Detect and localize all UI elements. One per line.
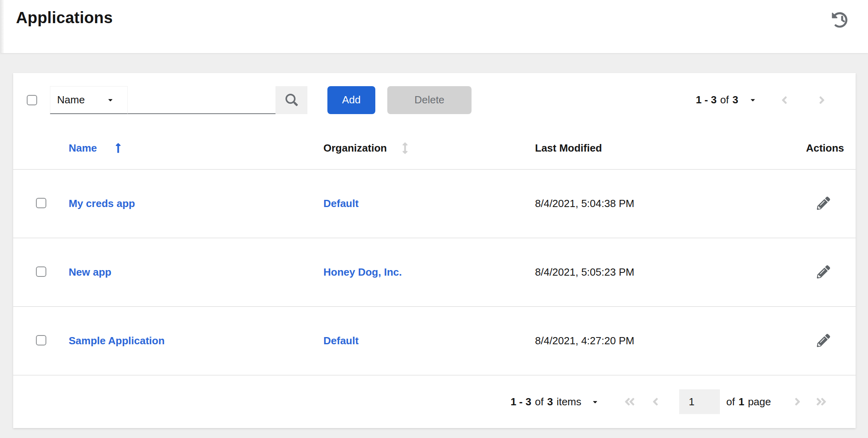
pagination-top-summary: 1 - 3 of 3 [696,94,738,106]
edit-button[interactable] [815,195,832,213]
next-page-button[interactable] [789,393,806,410]
last-modified-value: 8/4/2021, 5:05:23 PM [535,266,634,278]
header-edge-decoration [0,0,4,53]
page-total: 1 [739,396,744,408]
row-checkbox-cell [13,266,69,278]
row-organization-cell: Honey Dog, Inc. [323,266,535,278]
items-word: items [557,396,581,408]
row-checkbox[interactable] [36,335,46,345]
items-total: 3 [547,396,553,408]
pagination-bottom-summary: 1 - 3 of 3 items [511,396,581,408]
search-filter-group: Name [50,86,307,114]
caret-down-icon [749,97,756,103]
application-name-link[interactable]: New app [69,266,111,278]
current-page-input[interactable] [679,389,720,414]
application-name-link[interactable]: My creds app [69,197,135,209]
row-organization-cell: Default [323,335,535,347]
row-checkbox[interactable] [36,198,46,208]
toolbar: Name Add Delete 1 - 3 of 3 [13,73,856,127]
pagination-bottom: 1 - 3 of 3 items of 1 page [13,375,856,428]
search-input[interactable] [128,86,275,114]
first-page-button[interactable] [621,393,638,410]
caret-down-icon [592,399,598,405]
angle-right-icon [794,396,801,408]
table-header-row: Name Organization Last Modified Actions [13,127,856,170]
caret-down-icon [107,97,114,103]
items-per-page-dropdown-button[interactable] [592,399,598,405]
last-modified-value: 8/4/2021, 4:27:20 PM [535,335,634,347]
row-actions-cell [759,195,856,213]
organization-link[interactable]: Default [323,197,359,209]
pencil-icon [817,334,830,347]
column-header-last-modified: Last Modified [535,142,759,154]
previous-page-button-top[interactable] [775,91,793,109]
filter-key-label: Name [57,94,85,106]
application-name-link[interactable]: Sample Application [69,335,164,347]
row-name-cell: Sample Application [69,335,323,347]
row-last-modified-cell: 8/4/2021, 5:04:38 PM [535,197,759,210]
angle-right-icon [818,94,825,106]
organization-link[interactable]: Default [323,335,359,347]
angle-left-icon [781,94,788,106]
row-checkbox[interactable] [36,266,46,277]
search-icon [285,94,298,106]
row-organization-cell: Default [323,197,535,210]
row-last-modified-cell: 8/4/2021, 5:05:23 PM [535,266,759,278]
items-range: 1 - 3 [511,396,531,408]
per-page-dropdown-button[interactable] [749,97,756,103]
history-icon [832,12,848,28]
table-row: My creds app Default 8/4/2021, 5:04:38 P… [13,170,856,238]
table-body: My creds app Default 8/4/2021, 5:04:38 P… [13,170,856,375]
page-title: Applications [16,9,113,27]
last-modified-value: 8/4/2021, 5:04:38 PM [535,197,634,209]
sort-both-directions-icon [402,142,408,154]
next-page-button-top[interactable] [813,91,830,109]
column-header-name[interactable]: Name [69,142,323,154]
edit-button[interactable] [815,332,832,350]
table-row: Sample Application Default 8/4/2021, 4:2… [13,307,856,375]
add-button[interactable]: Add [327,86,375,114]
column-header-name-label: Name [69,142,97,154]
select-all-checkbox[interactable] [27,95,37,105]
pagination-top: 1 - 3 of 3 [696,91,830,109]
delete-button[interactable]: Delete [387,86,472,114]
search-button[interactable] [275,86,307,114]
applications-list-card: Name Add Delete 1 - 3 of 3 [13,73,856,428]
row-checkbox-cell [13,198,69,210]
column-header-organization-label: Organization [323,142,387,154]
row-actions-cell [759,264,856,281]
row-name-cell: New app [69,266,323,278]
last-page-button[interactable] [813,393,830,410]
pencil-icon [817,197,830,210]
row-last-modified-cell: 8/4/2021, 4:27:20 PM [535,335,759,347]
angle-left-icon [652,396,659,408]
page-of-word: of [726,396,735,408]
pagination-total: 3 [733,94,738,106]
history-button[interactable] [831,12,848,29]
pagination-range: 1 - 3 [696,94,717,106]
angle-double-left-icon [624,396,636,408]
items-of: of [535,396,544,408]
angle-double-right-icon [815,396,827,408]
sort-ascending-icon [115,142,121,154]
filter-key-dropdown[interactable]: Name [50,86,128,114]
row-name-cell: My creds app [69,197,323,210]
page-word: page [748,396,771,408]
table-row: New app Honey Dog, Inc. 8/4/2021, 5:05:2… [13,238,856,307]
row-actions-cell [759,332,856,350]
organization-link[interactable]: Honey Dog, Inc. [323,266,402,278]
edit-button[interactable] [815,264,832,281]
column-header-actions: Actions [759,142,856,154]
applications-page: Applications Name Add [0,0,868,438]
pencil-icon [817,265,830,278]
previous-page-button[interactable] [646,393,664,410]
column-header-organization[interactable]: Organization [323,142,535,154]
page-header: Applications [0,0,868,53]
pagination-of: of [720,94,729,106]
row-checkbox-cell [13,335,69,347]
page-count-text: of 1 page [726,396,771,408]
